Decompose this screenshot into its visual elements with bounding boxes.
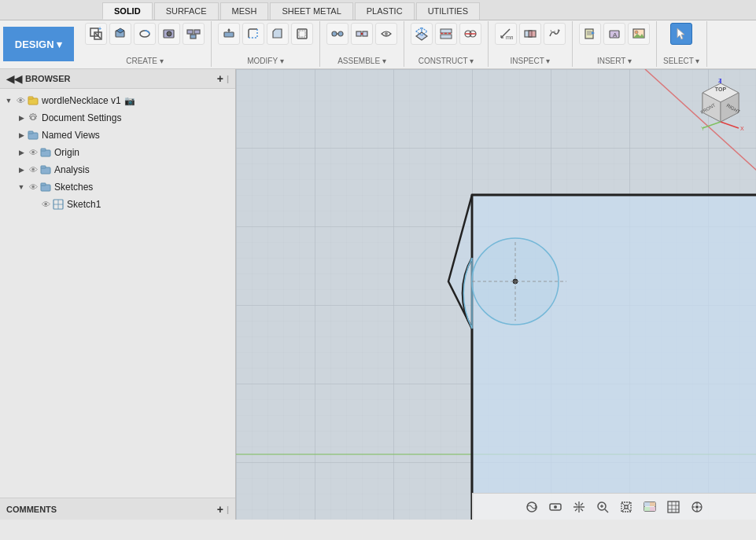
svg-marker-15 [273,29,282,38]
inspect-label[interactable]: INSPECT ▾ [511,57,551,65]
comments-add-icon[interactable]: + [217,503,223,516]
browser-divider: | [227,74,229,83]
expand-named-views[interactable]: ▶ [16,130,27,141]
insert-derive-icon[interactable] [579,23,601,45]
eye-sketch1[interactable]: 👁 [39,198,52,211]
view-cube[interactable]: TOP FRONT RIGHT Y X Z [693,77,748,132]
svg-rect-39 [529,31,536,37]
tab-mesh[interactable]: MESH [220,2,269,20]
browser-add-icon[interactable]: + [217,72,223,85]
snap-icon[interactable] [688,498,706,516]
motion-link-icon[interactable] [375,23,397,45]
tab-surface[interactable]: SURFACE [154,2,219,20]
expand-sketches[interactable]: ▼ [16,182,27,193]
axis-through-icon[interactable] [459,23,481,45]
pan-icon[interactable] [570,498,588,516]
tab-sheet-metal[interactable]: SHEET METAL [270,2,352,20]
eye-analysis[interactable]: 👁 [27,163,39,176]
folder-root [27,94,39,107]
svg-text:Z: Z [718,78,722,83]
insert-icons: A [579,23,650,45]
svg-text:TOP: TOP [715,86,727,92]
as-built-joint-icon[interactable] [351,23,373,45]
insert-label[interactable]: INSERT ▾ [597,57,632,65]
folder-analysis [39,163,52,176]
viewport[interactable]: TOP FRONT RIGHT Y X Z [236,69,756,520]
decal-icon[interactable]: A [603,23,625,45]
browser-content: ▼ 👁 wordleNecklace v1 📷 ▶ Document Setti… [0,89,235,498]
tree-label-doc-settings: Document Settings [42,112,121,123]
create-label[interactable]: CREATE ▾ [126,57,164,65]
expand-doc-settings[interactable]: ▶ [16,112,27,123]
midplane-icon[interactable] [435,23,457,45]
eye-origin[interactable]: 👁 [27,146,39,159]
gear-doc-settings [27,112,39,124]
icon-sketch1 [52,198,65,211]
assemble-icons [326,23,397,45]
comments-divider: | [227,505,229,514]
curvature-comb-icon[interactable] [544,23,566,45]
modify-icons [218,23,313,45]
construct-label[interactable]: CONSTRUCT ▾ [419,57,474,65]
select-label[interactable]: SELECT ▾ [663,57,700,65]
collapse-browser-icon[interactable]: ◀◀ [6,73,22,85]
new-component-icon[interactable]: + [85,23,107,45]
tree-label-sketch1: Sketch1 [67,199,101,210]
tab-utilities[interactable]: UTILITIES [416,2,480,20]
select-icon[interactable] [670,23,692,45]
expand-root[interactable]: ▼ [3,95,14,106]
interference-icon[interactable] [519,23,541,45]
svg-rect-64 [41,183,46,186]
expand-origin[interactable]: ▶ [16,147,27,158]
folder-named-views [27,129,39,141]
camera-icon[interactable]: 📷 [124,96,135,106]
press-pull-icon[interactable] [218,23,240,45]
svg-line-94 [721,122,739,128]
expand-analysis[interactable]: ▶ [16,164,27,175]
orbit-icon[interactable] [522,498,541,516]
canvas-icon[interactable] [628,23,650,45]
hole-icon[interactable] [158,23,180,45]
design-button[interactable]: DESIGN ▾ [3,27,74,61]
look-at-icon[interactable] [546,498,565,516]
tree-item-named-views[interactable]: ▶ Named Views [0,127,235,144]
eye-sketches[interactable]: 👁 [27,181,39,193]
shell-icon[interactable] [291,23,313,45]
modify-label[interactable]: MODIFY ▾ [247,57,283,65]
more-create-icon[interactable] [183,23,205,45]
browser-title: BROWSER [25,74,70,83]
display-mode-icon[interactable] [640,498,659,516]
tree-item-origin[interactable]: ▶ 👁 Origin [0,144,235,161]
toolbar: SOLID SURFACE MESH SHEET METAL PLASTIC U… [0,0,756,69]
tree-label-named-views: Named Views [42,130,100,141]
svg-rect-115 [644,507,650,511]
main-area: ◀◀ BROWSER + | ▼ 👁 wordleNecklace v1 📷 [0,69,756,520]
tree-item-sketches[interactable]: ▼ 👁 Sketches [0,178,235,196]
tree-item-sketch1[interactable]: ▶ 👁 Sketch1 [0,196,235,213]
eye-root[interactable]: 👁 [14,94,27,107]
tab-solid[interactable]: SOLID [102,2,153,20]
tree-item-root[interactable]: ▼ 👁 wordleNecklace v1 📷 [0,92,235,109]
measure-icon[interactable]: mm [495,23,517,45]
revolve-icon[interactable] [134,23,156,45]
joint-icon[interactable] [326,23,348,45]
svg-text:X: X [740,126,744,131]
offset-plane-icon[interactable] [411,23,433,45]
tree-item-doc-settings[interactable]: ▶ Document Settings [0,109,235,127]
svg-rect-117 [668,501,679,512]
chamfer-icon[interactable] [267,23,289,45]
inspect-group: mm INSPECT ▾ [489,21,573,67]
zoom-window-icon[interactable] [593,498,612,516]
tree-item-analysis[interactable]: ▶ 👁 Analysis [0,161,235,178]
grid-icon[interactable] [664,498,683,516]
tab-plastic[interactable]: PLASTIC [355,2,415,20]
svg-line-103 [605,509,608,512]
svg-rect-62 [41,166,46,168]
fit-to-window-icon[interactable] [617,498,636,516]
svg-rect-9 [187,30,193,34]
fillet-icon[interactable] [242,23,264,45]
assemble-label[interactable]: ASSEMBLE ▾ [337,57,386,65]
create-label-text: CREATE ▾ [126,57,164,65]
inspect-icons: mm [495,23,566,45]
extrude-icon[interactable] [109,23,131,45]
